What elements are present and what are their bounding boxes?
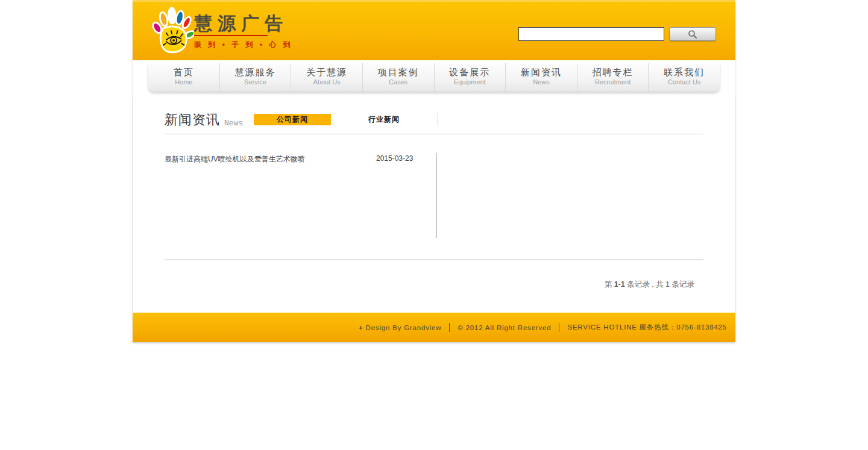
news-list-item[interactable]: 最新引进高端UV喷绘机以及爱普生艺术微喷 2015-03-23 <box>165 154 436 164</box>
magnifier-icon <box>688 30 697 39</box>
footer-copyright: © 2012 All Right Reserved <box>458 324 551 331</box>
nav-label-zh: 慧源服务 <box>220 67 291 78</box>
nav-label-zh: 设备展示 <box>435 67 506 78</box>
brand-title: 慧源广告 <box>194 14 293 33</box>
footer-divider <box>559 323 559 332</box>
pagination-text: 第 <box>605 280 614 289</box>
nav-label-en: Equipment <box>435 78 506 86</box>
nav-item-service[interactable]: 慧源服务 Service <box>220 63 292 92</box>
tab-industry-news[interactable]: 行业新闻 <box>345 114 423 125</box>
pagination-text: 条记录 , 共 1 条记录 <box>625 280 694 289</box>
nav-label-en: Service <box>220 78 291 86</box>
news-list: 最新引进高端UV喷绘机以及爱普生艺术微喷 2015-03-23 <box>165 134 703 260</box>
nav-label-zh: 联系我们 <box>649 67 720 78</box>
nav-item-news[interactable]: 新闻资讯 News <box>506 63 577 92</box>
nav-label-en: News <box>506 78 577 86</box>
footer-design-credit: +Design By Grandview <box>359 324 441 331</box>
search-button[interactable] <box>669 27 716 41</box>
nav-item-cases[interactable]: 项目案例 Cases <box>363 63 435 92</box>
news-item-title: 最新引进高端UV喷绘机以及爱普生艺术微喷 <box>165 154 376 164</box>
brand-underline <box>194 35 268 36</box>
news-heading-zh: 新闻资讯 <box>165 111 220 129</box>
pagination-range: 1-1 <box>614 280 625 289</box>
news-vertical-divider <box>436 153 437 238</box>
nav-strip: 首页 Home 慧源服务 Service 关于慧源 About Us 项目案例 … <box>133 60 735 96</box>
nav-label-zh: 项目案例 <box>363 67 434 78</box>
nav-item-equipment[interactable]: 设备展示 Equipment <box>435 63 506 92</box>
nav-label-en: Home <box>148 78 219 86</box>
nav-label-en: Contact Us <box>649 78 720 86</box>
nav-label-en: About Us <box>291 78 362 86</box>
footer-hotline: SERVICE HOTLINE 服务热线：0756-8138425 <box>567 323 727 332</box>
nav-label-en: Recruitment <box>577 78 649 86</box>
news-item-date: 2015-03-23 <box>376 154 413 164</box>
tab-company-news[interactable]: 公司新闻 <box>254 114 331 125</box>
tab-divider <box>438 112 438 127</box>
nav-label-zh: 关于慧源 <box>291 67 362 78</box>
nav-item-home[interactable]: 首页 Home <box>148 63 220 92</box>
footer-divider <box>449 323 450 332</box>
pagination-summary: 第 1-1 条记录 , 共 1 条记录 <box>165 280 703 290</box>
hand-eye-logo-icon <box>151 7 194 58</box>
main-nav: 首页 Home 慧源服务 Service 关于慧源 About Us 项目案例 … <box>148 63 720 92</box>
footer-design-text: Design By Grandview <box>366 324 442 331</box>
page-container: 慧源广告 眼 到 • 手 到 • 心 到 首页 Home 慧源服务 Servic… <box>133 0 735 342</box>
site-header: 慧源广告 眼 到 • 手 到 • 心 到 <box>133 0 735 60</box>
nav-label-zh: 招聘专栏 <box>577 67 649 78</box>
site-footer: +Design By Grandview © 2012 All Right Re… <box>133 313 735 342</box>
main-content: 新闻资讯 News 公司新闻 行业新闻 最新引进高端UV喷绘机以及爱普生艺术微喷… <box>133 96 735 313</box>
brand-block: 慧源广告 眼 到 • 手 到 • 心 到 <box>194 14 293 50</box>
nav-item-about[interactable]: 关于慧源 About Us <box>291 63 363 92</box>
news-heading-en: News <box>224 118 243 127</box>
search-input[interactable] <box>518 27 664 41</box>
nav-label-en: Cases <box>363 78 434 86</box>
news-section-header: 新闻资讯 News 公司新闻 行业新闻 <box>165 112 703 128</box>
nav-label-zh: 首页 <box>148 67 219 78</box>
nav-item-recruitment[interactable]: 招聘专栏 Recruitment <box>577 63 649 92</box>
nav-label-zh: 新闻资讯 <box>506 67 577 78</box>
plus-icon: + <box>359 324 363 331</box>
brand-tagline: 眼 到 • 手 到 • 心 到 <box>194 40 293 50</box>
nav-item-contact[interactable]: 联系我们 Contact Us <box>649 63 720 92</box>
